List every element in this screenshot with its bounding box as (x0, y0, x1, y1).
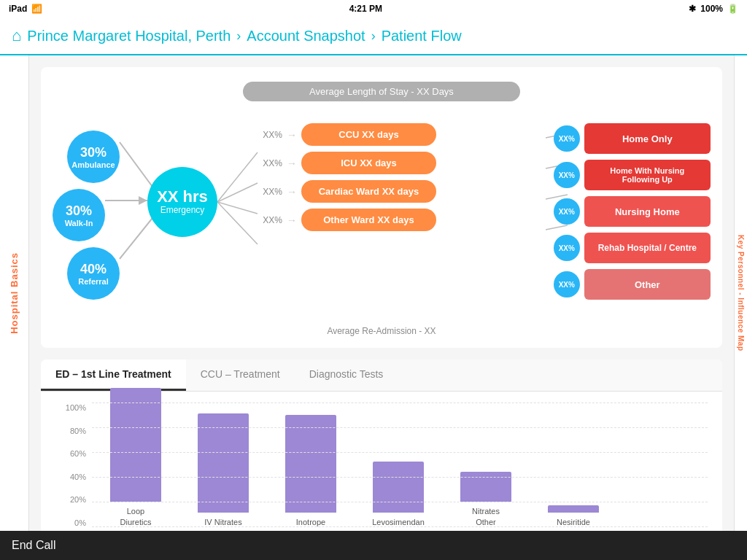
tab-diagnostic-tests[interactable]: Diagnostic Tests (295, 359, 398, 391)
ward-arrow-3: → (287, 214, 297, 226)
ambulance-circle: 30% Ambulance (67, 131, 120, 183)
bluetooth-icon: ✱ (689, 4, 696, 14)
ward-pct-2: XX% (257, 187, 282, 197)
emergency-circle: XX hrs Emergency (147, 167, 217, 237)
battery-icon: 🔋 (727, 4, 738, 14)
ambulance-label: Ambulance (71, 160, 115, 169)
device-label: iPad (9, 4, 27, 14)
discharge-row-0: XX% Home Only (554, 123, 711, 154)
left-sidebar: Hospital Basics (0, 55, 29, 531)
nav-bar: ⌂ Prince Margaret Hospital, Perth › Acco… (0, 18, 747, 55)
wards-section: XX% → CCU XX days XX% → ICU XX days XX% … (257, 123, 436, 231)
status-left: iPad 📶 (9, 4, 42, 14)
ward-row-0: XX% → CCU XX days (257, 123, 436, 146)
y-label-5: 100% (55, 403, 90, 412)
y-label-1: 20% (55, 495, 90, 504)
discharge-circle-4: XX% (554, 271, 580, 298)
discharge-row-3: XX% Rehab Hospital / Centre (554, 233, 711, 263)
discharge-box-0: Home Only (584, 123, 711, 154)
wifi-icon: 📶 (31, 4, 42, 14)
flow-arrows-right (217, 131, 261, 291)
tab-ccu-treatment[interactable]: CCU – Treatment (186, 359, 295, 391)
ward-box-1: ICU XX days (301, 152, 436, 174)
grid-80 (92, 427, 708, 428)
tab-ed-treatment[interactable]: ED – 1st Line Treatment (41, 359, 186, 391)
chart-inner: 0% 20% 40% 60% 80% 100% Loop DiureticsIV… (55, 403, 708, 527)
end-call-button[interactable]: End Call (12, 539, 55, 552)
ward-pct-0: XX% (257, 130, 282, 140)
discharge-box-1: Home With Nursing Following Up (584, 160, 711, 190)
svg-line-3 (217, 152, 258, 202)
hospital-name[interactable]: Prince Margaret Hospital, Perth (27, 28, 231, 44)
ward-arrow-1: → (287, 158, 297, 169)
discharge-box-3: Rehab Hospital / Centre (584, 233, 711, 263)
chart-grid (92, 403, 708, 527)
walkin-circle: 30% Walk-In (53, 189, 105, 241)
status-right: ✱ 100% 🔋 (689, 4, 738, 14)
ward-arrow-2: → (287, 186, 297, 198)
main-content: Hospital Basics Average Length of Stay -… (0, 55, 747, 531)
key-personnel-label: Key Personnel - Influence Map (737, 235, 745, 351)
diagram-container: 30% Ambulance 30% Walk-In (53, 116, 711, 320)
y-label-4: 80% (55, 427, 90, 435)
ward-box-2: Cardiac Ward XX days (301, 180, 436, 203)
y-label-2: 40% (55, 472, 90, 481)
ward-pct-3: XX% (257, 215, 282, 225)
walkin-circle-wrapper: 30% Walk-In (53, 189, 105, 241)
ward-row-1: XX% → ICU XX days (257, 152, 436, 174)
svg-line-4 (217, 183, 258, 202)
emergency-label: Emergency (160, 205, 205, 215)
center-content: Average Length of Stay - XX Days 30% Amb… (29, 55, 734, 531)
grid-20 (92, 502, 708, 502)
account-snapshot-link[interactable]: Account Snapshot (247, 28, 365, 44)
ward-box-0: CCU XX days (301, 123, 436, 146)
walkin-label: Walk-In (65, 219, 93, 228)
grid-0 (92, 526, 708, 527)
referral-pct: 40% (80, 262, 107, 277)
ward-row-3: XX% → Other Ward XX days (257, 209, 436, 231)
ward-arrow-0: → (287, 129, 297, 141)
referral-label: Referral (78, 277, 109, 286)
y-label-3: 60% (55, 449, 90, 458)
discharge-row-4: XX% Other (554, 269, 711, 300)
right-sidebar: Key Personnel - Influence Map (734, 55, 747, 531)
breadcrumb: Prince Margaret Hospital, Perth › Accoun… (27, 28, 461, 44)
time-display: 4:21 PM (349, 4, 382, 14)
referral-circle: 40% Referral (67, 247, 120, 300)
discharge-circle-3: XX% (554, 235, 580, 261)
y-axis: 0% 20% 40% 60% 80% 100% (55, 403, 90, 527)
emergency-hrs: XX hrs (157, 189, 208, 205)
discharge-box-4: Other (584, 269, 711, 300)
home-icon[interactable]: ⌂ (12, 26, 21, 45)
discharge-section: XX% Home Only XX% Home With Nursing Foll… (554, 123, 711, 300)
bottom-bar: End Call (0, 531, 747, 560)
ward-pct-1: XX% (257, 158, 282, 168)
discharge-circle-2: XX% (554, 198, 580, 225)
chart-area: 0% 20% 40% 60% 80% 100% Loop DiureticsIV… (41, 392, 722, 531)
avg-length-label: Average Length of Stay - XX Days (243, 82, 520, 101)
discharge-box-2: Nursing Home (584, 196, 711, 227)
status-bar: iPad 📶 4:21 PM ✱ 100% 🔋 (0, 0, 747, 18)
svg-line-5 (217, 202, 258, 214)
battery-label: 100% (700, 4, 723, 14)
discharge-row-2: XX% Nursing Home (554, 196, 711, 227)
grid-100 (92, 402, 708, 403)
breadcrumb-sep-2: › (371, 28, 376, 44)
grid-40 (92, 477, 708, 478)
breadcrumb-sep-1: › (236, 28, 241, 44)
hospital-basics-label: Hospital Basics (9, 252, 20, 334)
referral-circle-wrapper: 40% Referral (67, 247, 120, 300)
ambulance-circle-wrapper: 30% Ambulance (67, 131, 120, 183)
y-label-0: 0% (55, 518, 90, 527)
ambulance-pct: 30% (80, 145, 107, 160)
walkin-pct: 30% (66, 203, 92, 219)
patient-flow-link[interactable]: Patient Flow (382, 28, 462, 44)
ward-row-2: XX% → Cardiac Ward XX days (257, 180, 436, 203)
flow-diagram: Average Length of Stay - XX Days 30% Amb… (41, 67, 722, 348)
discharge-circle-1: XX% (554, 162, 580, 188)
svg-line-6 (217, 202, 258, 244)
tab-bar: ED – 1st Line Treatment CCU – Treatment … (41, 359, 722, 392)
discharge-circle-0: XX% (554, 125, 580, 152)
grid-60 (92, 452, 708, 453)
treatment-panel: ED – 1st Line Treatment CCU – Treatment … (41, 359, 722, 531)
